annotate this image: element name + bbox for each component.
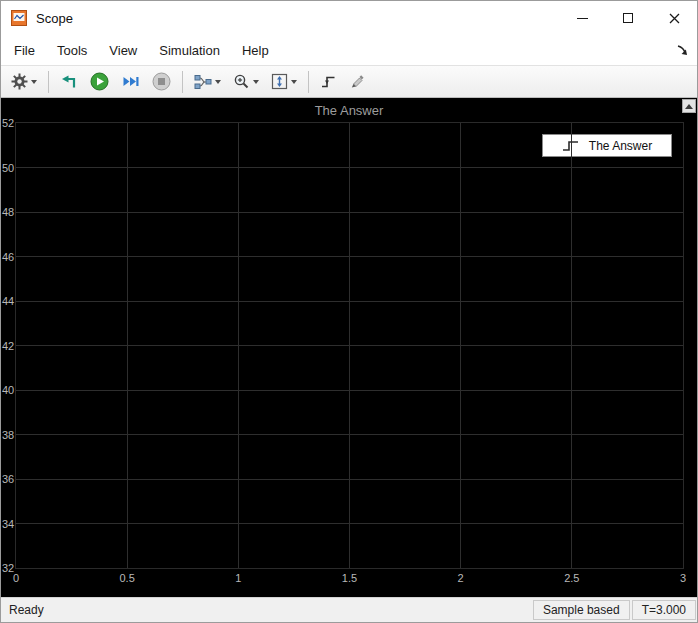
window-controls [559,1,697,35]
dock-arrow-icon[interactable] [676,44,688,56]
h-gridline [16,256,683,257]
h-gridline [16,390,683,391]
y-tick-label: 50 [2,162,15,174]
x-tick-label: 2 [441,572,481,584]
dropdown-caret-icon [215,80,221,84]
y-tick-label: 36 [2,473,15,485]
menu-simulation[interactable]: Simulation [150,38,229,63]
minimize-icon [577,18,588,19]
sim-time-pane: T=3.000 [632,600,696,620]
step-forward-icon [121,73,140,90]
menu-view[interactable]: View [100,38,146,63]
highlight-block-button[interactable] [55,69,83,95]
toolbar-separator [308,71,309,93]
y-tick-label: 48 [2,206,15,218]
h-gridline [16,167,683,168]
menu-file[interactable]: File [5,38,44,63]
trigger-icon [320,74,337,90]
close-icon [669,13,680,24]
x-tick-label: 1.5 [330,572,370,584]
menu-items: FileToolsViewSimulationHelp [5,38,278,63]
span-button[interactable] [266,69,302,95]
run-button[interactable] [85,69,114,95]
y-tick-label: 34 [2,518,15,530]
highlight-block-icon [60,74,78,90]
window-title: Scope [36,11,73,26]
toolbar [1,65,697,98]
x-tick-label: 3 [663,572,698,584]
x-tick-label: 1 [218,572,258,584]
trigger-button[interactable] [315,69,342,95]
h-gridline [16,479,683,480]
title-bar: Scope [1,1,697,35]
measurements-button[interactable] [344,69,371,95]
h-gridline [16,301,683,302]
toolbar-separator [182,71,183,93]
scope-window: Scope FileToolsViewSimulationHelp The An… [0,0,698,623]
zoom-icon [233,73,250,90]
scope-app-icon [11,10,27,26]
h-gridline [16,523,683,524]
menu-help[interactable]: Help [233,38,278,63]
plot-title: The Answer [1,103,697,118]
measurements-icon [349,73,366,90]
menu-tools[interactable]: Tools [48,38,96,63]
up-arrow-icon [685,104,693,109]
y-tick-label: 46 [2,251,15,263]
y-tick-label: 52 [2,117,15,129]
legend-label: The Answer [589,139,652,153]
menu-bar: FileToolsViewSimulationHelp [1,35,697,65]
status-bar: Ready Sample based T=3.000 [1,597,697,622]
stop-button[interactable] [147,69,176,95]
settings-gear-button[interactable] [6,69,42,95]
stop-icon [152,72,171,91]
y-tick-label: 38 [2,429,15,441]
run-icon [90,72,109,91]
h-gridline [16,434,683,435]
dropdown-caret-icon [291,80,297,84]
status-text: Ready [1,603,44,617]
span-icon [271,73,288,90]
h-gridline [16,212,683,213]
maximize-button[interactable] [605,1,651,35]
plot-region[interactable]: The Answer [15,122,684,569]
close-button[interactable] [651,1,697,35]
x-tick-label: 2.5 [552,572,592,584]
settings-gear-icon [11,73,28,90]
sample-mode-pane: Sample based [533,600,630,620]
zoom-button[interactable] [228,69,264,95]
plot-panel: The Answer The Answer 00.511.522.5332343… [1,98,697,597]
signal-selector-icon [194,74,212,90]
y-tick-label: 32 [2,562,15,574]
toolbar-separator [48,71,49,93]
maximize-icon [623,13,633,23]
y-tick-label: 40 [2,384,15,396]
h-gridline [16,345,683,346]
minimize-button[interactable] [559,1,605,35]
x-tick-label: 0.5 [107,572,147,584]
legend[interactable]: The Answer [542,134,672,157]
y-tick-label: 44 [2,295,15,307]
signal-selector-button[interactable] [189,69,226,95]
y-tick-label: 42 [2,340,15,352]
step-forward-button[interactable] [116,69,145,95]
status-panes: Sample based T=3.000 [532,598,697,622]
dropdown-caret-icon [253,80,259,84]
scroll-up-button[interactable] [682,99,696,113]
dropdown-caret-icon [31,80,37,84]
